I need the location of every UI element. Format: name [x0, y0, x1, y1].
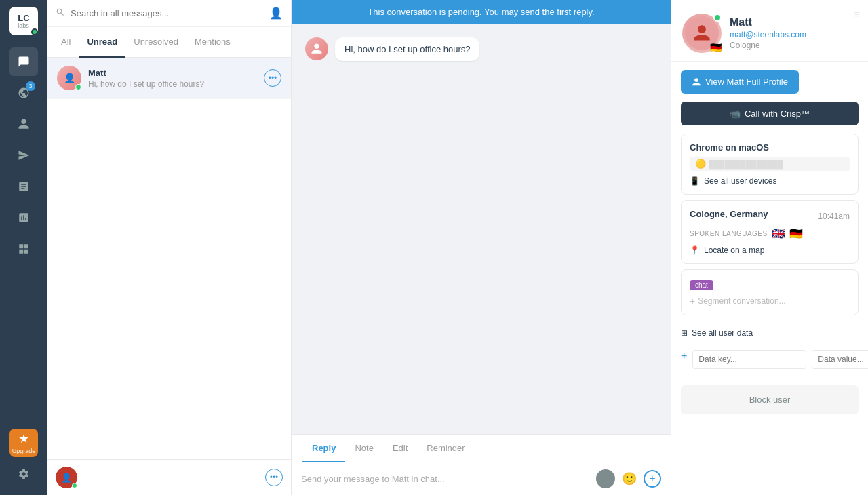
- chat-input-row: 🙂 +: [292, 462, 671, 495]
- conversation-tabs: All Unread Unresolved Mentions: [47, 27, 291, 58]
- conversation-list-body: 👤 Matt Hi, how do I set up office hours?…: [47, 58, 291, 459]
- conv-preview: Hi, how do I set up office hours?: [88, 79, 257, 89]
- sidebar-item-grid[interactable]: [9, 235, 38, 263]
- user-name: Matt: [730, 16, 806, 28]
- sidebar-item-globe[interactable]: 3: [9, 79, 38, 107]
- send-button[interactable]: [596, 469, 615, 488]
- message-bubble: Hi, how do I set up office hours?: [335, 37, 479, 61]
- tab-unread[interactable]: Unread: [79, 27, 125, 58]
- see-devices-button[interactable]: 📱 See all user devices: [690, 176, 850, 186]
- add-attachment-button[interactable]: +: [644, 470, 661, 488]
- plus-icon: +: [690, 296, 695, 306]
- locate-label: Locate on a map: [704, 245, 764, 255]
- user-info-panel: ≡ 🇩🇪 Matt matt@steenlabs.com Cologne Vie…: [671, 0, 868, 495]
- sidebar-item-contacts[interactable]: [9, 110, 38, 138]
- conv-name: Matt: [88, 68, 257, 78]
- chat-input-tabs: Reply Note Edit Reminder: [292, 435, 671, 462]
- map-pin-icon: 📍: [690, 245, 700, 255]
- upgrade-button[interactable]: ★ Upgrade: [9, 429, 38, 457]
- logo-text: LC: [18, 14, 29, 22]
- user-avatar: 🇩🇪: [682, 14, 722, 53]
- search-bar: 👤: [47, 0, 291, 27]
- device-section: Chrome on macOS 🟡 ██████████████ 📱 See a…: [681, 134, 859, 195]
- sidebar-item-settings[interactable]: [9, 460, 38, 488]
- tab-edit[interactable]: Edit: [383, 435, 417, 462]
- data-inputs-row: +: [671, 344, 868, 374]
- tab-mentions[interactable]: Mentions: [186, 27, 239, 58]
- plus-data-icon: +: [681, 350, 687, 369]
- sidebar: LC labs 3 ★ Upgrade: [0, 0, 47, 495]
- avatar: 👤: [57, 66, 81, 90]
- table-icon: ⊞: [681, 328, 688, 338]
- user-flag: 🇩🇪: [710, 42, 722, 53]
- see-data-label: See all user data: [692, 328, 753, 338]
- search-icon: [56, 7, 65, 19]
- block-user-label: Block user: [749, 395, 791, 405]
- app-logo[interactable]: LC labs: [9, 7, 38, 35]
- search-input[interactable]: [71, 8, 264, 18]
- device-url: 🟡 ██████████████: [690, 157, 850, 171]
- spoken-languages: SPOKEN LANGUAGES 🇬🇧 🇩🇪: [690, 227, 850, 240]
- tab-reply[interactable]: Reply: [302, 435, 345, 462]
- sidebar-item-pages[interactable]: [9, 172, 38, 201]
- message-avatar: [305, 37, 328, 60]
- chat-input-area: Reply Note Edit Reminder 🙂 +: [292, 434, 671, 495]
- user-email: matt@steenlabs.com: [730, 30, 806, 39]
- online-indicator: [75, 84, 81, 90]
- location-city: Cologne, Germany: [690, 209, 768, 219]
- status-dot: [31, 28, 38, 35]
- agent-avatar: 👤: [56, 467, 77, 488]
- data-key-input[interactable]: [692, 350, 806, 369]
- user-city: Cologne: [730, 41, 806, 50]
- chrome-icon: 🟡: [695, 159, 706, 169]
- panel-menu-icon[interactable]: ≡: [854, 8, 860, 20]
- location-time: 10:41am: [818, 212, 850, 221]
- sidebar-item-chat[interactable]: [9, 47, 38, 76]
- message-text: Hi, how do I set up office hours?: [344, 44, 470, 54]
- see-all-data-button[interactable]: ⊞ See all user data: [671, 321, 868, 344]
- messages-list: Hi, how do I set up office hours?: [292, 24, 671, 434]
- phone-icon: 📱: [690, 176, 700, 186]
- view-profile-label: View Matt Full Profile: [705, 77, 788, 87]
- user-details: Matt matt@steenlabs.com Cologne: [730, 16, 806, 50]
- message-row: Hi, how do I set up office hours?: [305, 37, 657, 61]
- call-button[interactable]: 📹 Call with Crisp™: [681, 102, 859, 125]
- sidebar-item-send[interactable]: [9, 141, 38, 170]
- avatar-icon: 👤: [269, 7, 283, 20]
- see-devices-label: See all user devices: [704, 176, 776, 186]
- more-options-button[interactable]: •••: [264, 69, 281, 87]
- device-browser: Chrome on macOS: [690, 142, 850, 153]
- tags-section: chat + Segment conversation...: [681, 269, 859, 315]
- bottom-user-bar: 👤 •••: [47, 459, 291, 495]
- globe-badge: 3: [26, 81, 35, 91]
- segment-label: Segment conversation...: [698, 296, 785, 306]
- block-user-button[interactable]: Block user: [681, 385, 859, 414]
- emoji-button[interactable]: 🙂: [622, 471, 637, 486]
- agent-online-dot: [72, 483, 77, 488]
- upgrade-label: Upgrade: [12, 448, 36, 454]
- list-item[interactable]: 👤 Matt Hi, how do I set up office hours?…: [47, 58, 291, 99]
- tab-note[interactable]: Note: [345, 435, 382, 462]
- tab-reminder[interactable]: Reminder: [417, 435, 474, 462]
- segment-conversation[interactable]: + Segment conversation...: [690, 296, 850, 306]
- tab-all[interactable]: All: [53, 27, 79, 58]
- camera-icon: 📹: [730, 108, 741, 119]
- data-value-input[interactable]: [812, 350, 868, 369]
- user-online-dot: [713, 14, 722, 22]
- sidebar-item-analytics[interactable]: [9, 203, 38, 232]
- pending-banner: This conversation is pending. You may se…: [292, 0, 671, 24]
- star-icon: ★: [18, 431, 29, 446]
- logo-sub: labs: [18, 22, 29, 29]
- view-profile-button[interactable]: View Matt Full Profile: [681, 70, 799, 94]
- location-section: Cologne, Germany 10:41am SPOKEN LANGUAGE…: [681, 200, 859, 264]
- tab-unresolved[interactable]: Unresolved: [125, 27, 186, 58]
- agent-more-button[interactable]: •••: [265, 469, 283, 486]
- flag-de: 🇩🇪: [789, 227, 804, 240]
- conv-actions: •••: [264, 69, 281, 87]
- message-input[interactable]: [301, 474, 589, 484]
- locate-map-button[interactable]: 📍 Locate on a map: [690, 245, 850, 255]
- call-label: Call with Crisp™: [745, 108, 810, 119]
- user-header: 🇩🇪 Matt matt@steenlabs.com Cologne: [671, 0, 868, 62]
- chat-tag: chat: [690, 280, 713, 290]
- spoken-label: SPOKEN LANGUAGES: [690, 230, 768, 237]
